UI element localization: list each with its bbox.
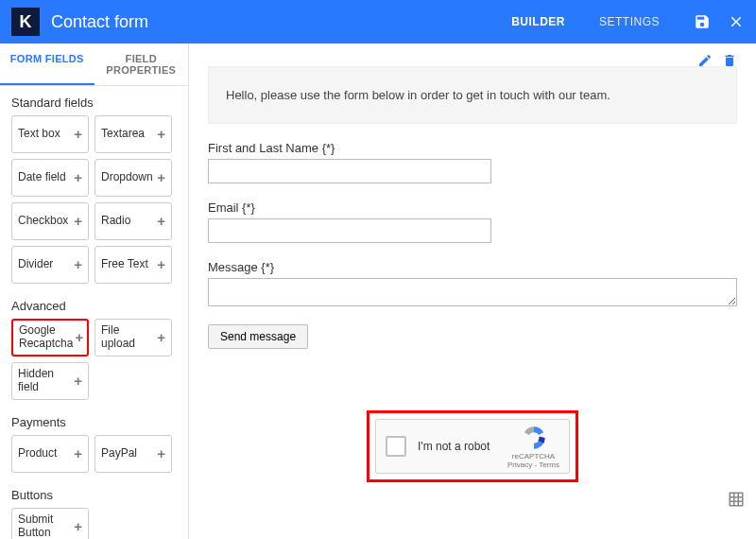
field-product[interactable]: Product+ — [11, 435, 89, 473]
field-dropdown[interactable]: Dropdown+ — [94, 159, 172, 197]
name-input[interactable] — [208, 159, 491, 183]
tab-field-properties[interactable]: FIELD PROPERTIES — [94, 43, 189, 85]
field-checkbox[interactable]: Checkbox+ — [11, 202, 89, 240]
field-divider[interactable]: Divider+ — [11, 246, 89, 284]
plus-icon: + — [73, 329, 83, 345]
tab-form-fields[interactable]: FORM FIELDS — [0, 43, 94, 85]
email-label: Email {*} — [208, 200, 737, 215]
recaptcha-links[interactable]: Privacy - Terms — [507, 461, 559, 469]
plus-icon: + — [155, 169, 165, 185]
field-hidden-field[interactable]: Hidden field+ — [11, 362, 89, 400]
message-textarea[interactable] — [208, 278, 737, 306]
recaptcha-checkbox[interactable] — [386, 436, 406, 457]
message-label: Message {*} — [208, 260, 737, 274]
svg-rect-0 — [730, 493, 743, 506]
section-buttons: Buttons — [0, 478, 188, 508]
tab-builder[interactable]: BUILDER — [511, 15, 565, 28]
field-paypal[interactable]: PayPal+ — [94, 435, 172, 473]
intro-text-block[interactable]: Hello, please use the form below in orde… — [208, 66, 737, 124]
plus-icon: + — [155, 329, 165, 345]
plus-icon: + — [72, 126, 82, 142]
plus-icon: + — [72, 445, 82, 461]
section-payments: Payments — [0, 406, 188, 435]
send-message-button[interactable]: Send message — [208, 324, 308, 349]
plus-icon: + — [72, 373, 82, 389]
save-icon[interactable] — [694, 13, 711, 30]
plus-icon: + — [155, 126, 165, 142]
name-label: First and Last Name {*} — [208, 141, 737, 155]
field-file-upload[interactable]: File upload+ — [94, 319, 172, 356]
field-radio[interactable]: Radio+ — [94, 202, 172, 240]
app-logo: K — [11, 8, 40, 36]
field-submit-button[interactable]: Submit Button+ — [11, 508, 89, 539]
intro-text: Hello, please use the form below in orde… — [226, 88, 610, 102]
page-title: Contact form — [51, 12, 148, 32]
plus-icon: + — [155, 445, 165, 461]
tab-settings[interactable]: SETTINGS — [599, 15, 660, 28]
plus-icon: + — [72, 213, 82, 229]
close-icon[interactable] — [728, 13, 745, 30]
grid-toggle-icon[interactable] — [728, 491, 745, 511]
recaptcha-highlight: I'm not a robot reCAPTCHA Privacy - Term… — [367, 410, 578, 482]
plus-icon: + — [155, 256, 165, 272]
field-google-recaptcha[interactable]: Google Recaptcha+ — [11, 319, 89, 356]
section-advanced: Advanced — [0, 289, 188, 319]
recaptcha-label: I'm not a robot — [418, 440, 507, 453]
plus-icon: + — [72, 518, 82, 534]
sidebar: FORM FIELDS FIELD PROPERTIES Standard fi… — [0, 43, 189, 539]
recaptcha-brand: reCAPTCHA — [507, 452, 559, 461]
field-free-text[interactable]: Free Text+ — [94, 246, 172, 284]
plus-icon: + — [72, 169, 82, 185]
field-textarea[interactable]: Textarea+ — [94, 115, 172, 153]
plus-icon: + — [155, 213, 165, 229]
field-date-field[interactable]: Date field+ — [11, 159, 89, 197]
field-text-box[interactable]: Text box+ — [11, 115, 89, 153]
app-header: K Contact form BUILDER SETTINGS — [0, 0, 756, 43]
form-canvas: Hello, please use the form below in orde… — [189, 43, 756, 539]
section-standard-fields: Standard fields — [0, 86, 188, 115]
recaptcha-widget[interactable]: I'm not a robot reCAPTCHA Privacy - Term… — [375, 419, 570, 474]
recaptcha-logo-icon — [521, 425, 547, 451]
plus-icon: + — [72, 256, 82, 272]
email-input[interactable] — [208, 218, 491, 243]
